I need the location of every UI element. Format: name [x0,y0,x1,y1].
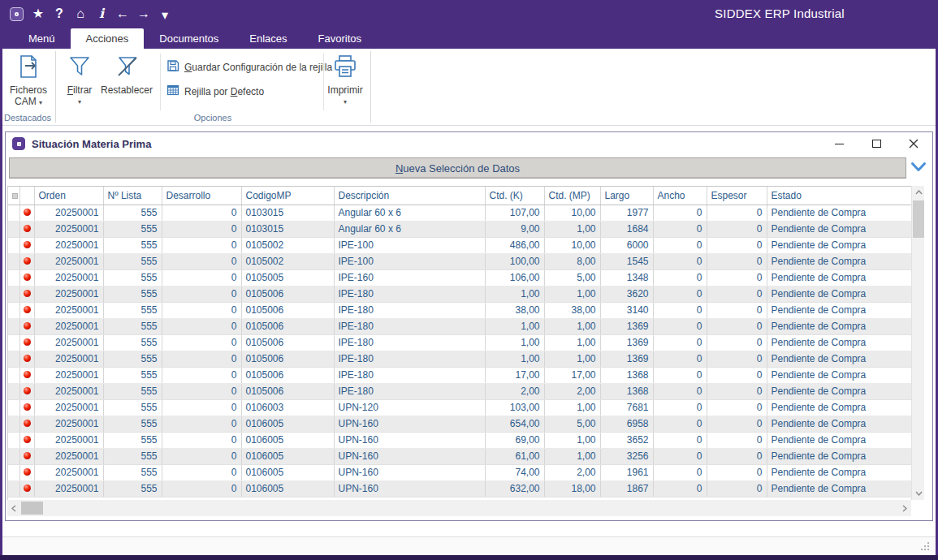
row-selector-cell[interactable] [8,351,19,367]
cell-lista: 555 [103,464,162,480]
cell-descripcion: IPE-100 [334,237,485,253]
filtrar-button[interactable]: Filtrar ▾ [62,52,97,107]
row-selector-cell[interactable] [8,480,19,497]
cell-largo: 1961 [600,464,653,480]
info-icon[interactable]: i [95,4,108,24]
maximize-button[interactable] [858,132,895,155]
cell-codigo: 0105006 [241,351,334,367]
row-selector-cell[interactable] [8,286,19,302]
column-header[interactable]: Espesor [707,187,767,205]
table-row[interactable]: 2025000155500105006IPE-1801,001,00136900… [8,318,911,334]
nueva-seleccion-button[interactable]: Nueva Selección de Datos [9,157,906,179]
table-row[interactable]: 2025000155500103015Angular 60 x 6107,001… [8,205,911,221]
customize-toolbar-caret-icon[interactable]: ▾ [158,4,171,24]
favorites-star-icon[interactable]: ★ [32,4,45,24]
table-row[interactable]: 2025000155500105006IPE-18038,0038,003140… [8,302,911,318]
column-header[interactable]: Orden [34,187,103,205]
vertical-scroll-thumb[interactable] [913,200,924,238]
status-cell [19,286,34,302]
ficheros-cam-button[interactable]: Ficheros CAM ▾ [5,52,52,108]
table-row[interactable]: 2025000155500106005UPN-160654,005,006958… [8,416,911,432]
cell-orden: 20250001 [34,399,103,416]
tab-enlaces[interactable]: Enlaces [234,28,302,49]
cell-ctd_mp: 1,00 [544,334,600,351]
tab-documentos[interactable]: Documentos [144,28,234,49]
scroll-right-button[interactable] [898,500,911,516]
back-arrow-icon[interactable]: ← [116,4,129,24]
app-logo-icon[interactable] [10,7,24,21]
row-selector-cell[interactable] [8,416,19,432]
resize-grip-icon[interactable] [921,549,923,550]
tab-menu[interactable]: Menú [13,28,71,49]
table-row[interactable]: 2025000155500105005IPE-160106,005,001348… [8,269,911,286]
cell-estado: Pendiente de Compra [767,318,911,334]
column-header[interactable]: Ctd. (K) [485,187,544,205]
row-selector-cell[interactable] [8,464,19,480]
horizontal-scrollbar[interactable] [7,500,911,516]
column-header[interactable]: Largo [600,187,653,205]
row-selector-cell[interactable] [8,318,19,334]
row-selector-cell[interactable] [8,383,19,399]
row-selector-cell[interactable] [8,399,19,416]
scroll-up-button[interactable] [912,186,925,199]
status-red-icon [24,225,31,232]
cell-espesor: 0 [707,416,767,432]
row-selector-cell[interactable] [8,367,19,383]
minimize-button[interactable] [820,132,858,155]
table-row[interactable]: 2025000155500106005UPN-16069,001,0036520… [8,432,911,448]
table-row[interactable]: 2025000155500105006IPE-1801,001,00136900… [8,334,911,351]
cell-ctd_k: 17,00 [485,367,544,383]
forward-arrow-icon[interactable]: → [137,4,150,24]
dropdown-caret-icon: ▾ [78,97,81,107]
close-button[interactable] [895,132,932,155]
imprimir-button[interactable]: Imprimir ▾ [326,52,365,107]
guardar-configuracion-button[interactable]: Guardar Configuración de la rejilla [166,59,332,75]
column-header[interactable]: Desarrollo [162,187,241,205]
row-selector-cell[interactable] [8,302,19,318]
column-header[interactable]: Descripción [334,187,485,205]
column-header[interactable]: Estado [767,187,911,205]
row-selector-cell[interactable] [8,221,19,237]
row-selector-cell[interactable] [8,237,19,253]
status-column-header[interactable] [19,187,34,205]
row-selector-cell[interactable] [8,334,19,351]
row-selector-cell[interactable] [8,205,19,221]
vertical-scrollbar[interactable] [911,186,924,500]
column-header[interactable]: Ancho [653,187,707,205]
row-selector-cell[interactable] [8,448,19,464]
cell-ctd_k: 100,00 [485,253,544,269]
scroll-left-button[interactable] [7,500,20,516]
row-selector-cell[interactable] [8,269,19,286]
table-row[interactable]: 2025000155500106005UPN-16061,001,0032560… [8,448,911,464]
restablecer-button[interactable]: Restablecer [101,52,153,96]
row-selector-cell[interactable] [8,253,19,269]
column-header[interactable]: Nº Lista [103,187,162,205]
table-row[interactable]: 2025000155500105002IPE-100100,008,001545… [8,253,911,269]
tab-favoritos[interactable]: Favoritos [303,28,377,49]
table-row[interactable]: 2025000155500106003UPN-120103,001,007681… [8,399,911,416]
horizontal-scroll-thumb[interactable] [21,502,43,515]
home-icon[interactable]: ⌂ [74,4,87,24]
column-header[interactable]: CodigoMP [241,187,334,205]
table-row[interactable]: 2025000155500106005UPN-16074,002,0019610… [8,464,911,480]
table-row[interactable]: 2025000155500103015Angular 60 x 69,001,0… [8,221,911,237]
table-row[interactable]: 2025000155500105002IPE-100486,0010,00600… [8,237,911,253]
table-row[interactable]: 2025000155500105006IPE-1801,001,00362000… [8,286,911,302]
scroll-down-button[interactable] [912,487,925,500]
table-row[interactable]: 2025000155500105006IPE-1802,002,00136800… [8,383,911,399]
cell-codigo: 0105006 [241,334,334,351]
cell-ancho: 0 [653,416,707,432]
row-selector-cell[interactable] [8,432,19,448]
cell-desarrollo: 0 [162,351,241,367]
table-row[interactable]: 2025000155500106005UPN-160632,0018,00186… [8,480,911,497]
tab-acciones[interactable]: Acciones [71,28,145,49]
column-header[interactable]: Ctd. (MP) [544,187,600,205]
help-icon[interactable]: ? [53,4,66,24]
selection-expand-chevron-icon[interactable] [910,160,927,173]
rejilla-por-defecto-button[interactable]: Rejilla por Defecto [166,84,264,99]
status-cell [19,221,34,237]
table-row[interactable]: 2025000155500105006IPE-18017,0017,001368… [8,367,911,383]
selector-column-header[interactable] [8,187,19,205]
table-row[interactable]: 2025000155500105006IPE-1801,001,00136900… [8,351,911,367]
child-window-titlebar[interactable]: Situación Materia Prima [6,132,932,155]
